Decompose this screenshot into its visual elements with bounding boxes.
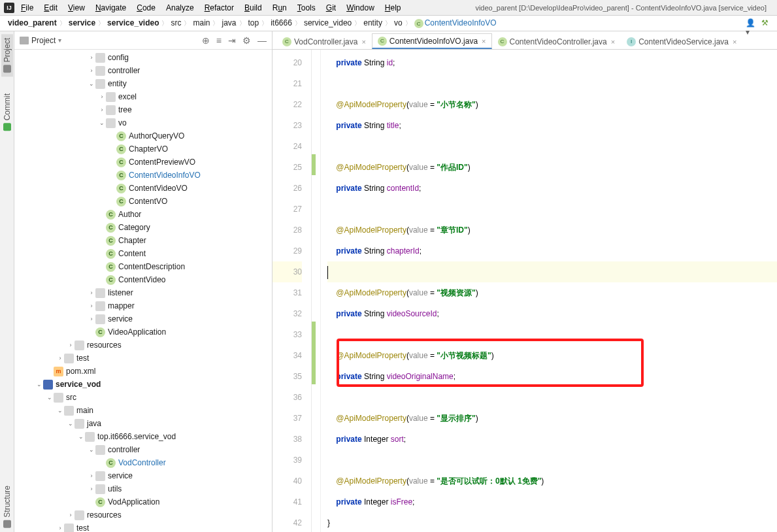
tree-item[interactable]: ›tree bbox=[14, 103, 272, 116]
tool-project[interactable]: Project bbox=[1, 34, 13, 76]
breadcrumb-item[interactable]: top bbox=[246, 17, 262, 29]
editor-tab[interactable]: IContentVideoService.java× bbox=[621, 33, 742, 49]
tree-item[interactable]: CContentVideoVO bbox=[14, 182, 272, 195]
code-line[interactable]: @ApiModelProperty(value = "显示排序") bbox=[327, 408, 777, 429]
breadcrumb-item[interactable]: entity bbox=[361, 17, 385, 29]
tree-item[interactable]: ⌄src bbox=[14, 391, 272, 404]
tree-item[interactable]: ›service bbox=[14, 312, 272, 325]
chevron-down-icon[interactable]: ⌄ bbox=[77, 433, 85, 440]
menu-view[interactable]: View bbox=[64, 2, 89, 14]
code-line[interactable]: private String chapterId; bbox=[327, 241, 777, 261]
menu-window[interactable]: Window bbox=[342, 2, 378, 14]
breadcrumb-item[interactable]: main bbox=[190, 17, 212, 29]
code-line[interactable]: private Integer sort; bbox=[327, 429, 777, 450]
tree-item[interactable]: CChapterVO bbox=[14, 142, 272, 156]
chevron-right-icon[interactable]: › bbox=[98, 107, 106, 113]
chevron-right-icon[interactable]: › bbox=[88, 290, 95, 296]
chevron-down-icon[interactable]: ⌄ bbox=[46, 394, 54, 401]
tree-item[interactable]: CCategory bbox=[14, 221, 272, 234]
code-line[interactable]: @ApiModelProperty(value = "是否可以试听：0默认 1免… bbox=[327, 471, 777, 491]
breadcrumb-item[interactable]: java bbox=[219, 17, 239, 29]
tree-item[interactable]: ›listener bbox=[14, 286, 272, 299]
tree-item[interactable]: ›config bbox=[14, 51, 272, 64]
tree-item[interactable]: CContent bbox=[14, 247, 272, 260]
code-line[interactable] bbox=[327, 387, 777, 408]
editor-tab[interactable]: CContentVideoController.java× bbox=[492, 33, 621, 49]
tree-item[interactable]: ›test bbox=[14, 522, 272, 532]
tree-item[interactable]: ›resources bbox=[14, 339, 272, 352]
breadcrumb-item[interactable]: it6666 bbox=[268, 17, 295, 29]
chevron-right-icon[interactable]: › bbox=[67, 512, 74, 518]
chevron-down-icon[interactable]: ⌄ bbox=[98, 120, 106, 126]
tree-item[interactable]: ›test bbox=[14, 352, 272, 365]
tree-item[interactable]: ›resources bbox=[14, 508, 272, 522]
code-line[interactable]: @ApiModelProperty(value = "视频资源") bbox=[327, 282, 777, 303]
tree-item[interactable]: ⌄java bbox=[14, 417, 272, 430]
chevron-right-icon[interactable]: › bbox=[88, 54, 95, 61]
code-line[interactable] bbox=[327, 450, 777, 471]
menu-build[interactable]: Build bbox=[240, 2, 266, 14]
chevron-down-icon[interactable]: ⌄ bbox=[88, 446, 95, 453]
tree-item[interactable]: CChapter bbox=[14, 234, 272, 247]
collapse-icon[interactable]: ⇥ bbox=[228, 35, 236, 46]
user-icon[interactable]: 👤▾ bbox=[746, 18, 756, 29]
tree-item[interactable]: ⌄vo bbox=[14, 116, 272, 129]
tree-item[interactable]: CVodController bbox=[14, 456, 272, 469]
code-line[interactable]: private String videoSourceId; bbox=[327, 303, 777, 324]
code-line[interactable]: private String title; bbox=[327, 115, 777, 136]
code-line[interactable]: private String contentId; bbox=[327, 178, 777, 199]
code-line[interactable]: private String id; bbox=[327, 52, 777, 73]
close-icon[interactable]: × bbox=[361, 38, 365, 46]
tree-item[interactable]: ⌄service_vod bbox=[14, 378, 272, 391]
menu-tools[interactable]: Tools bbox=[293, 2, 320, 14]
menu-refactor[interactable]: Refactor bbox=[201, 2, 238, 14]
tree-item[interactable]: ⌄controller bbox=[14, 443, 272, 456]
tree-item[interactable]: CVodApplication bbox=[14, 495, 272, 508]
tree-item[interactable]: CContentPreviewVO bbox=[14, 156, 272, 169]
code-line[interactable] bbox=[327, 199, 777, 220]
chevron-right-icon[interactable]: › bbox=[67, 342, 74, 348]
breadcrumb-item[interactable]: video_parent bbox=[5, 17, 59, 29]
tree-item[interactable]: ⌄top.it6666.service_vod bbox=[14, 430, 272, 443]
close-icon[interactable]: × bbox=[733, 38, 736, 46]
build-icon[interactable]: ⚒ bbox=[761, 18, 772, 29]
code-line[interactable]: } bbox=[327, 512, 777, 532]
chevron-right-icon[interactable]: › bbox=[56, 525, 64, 531]
tree-item[interactable]: ›utils bbox=[14, 482, 272, 495]
chevron-down-icon[interactable]: ⌄ bbox=[88, 80, 95, 87]
tree-item[interactable]: CContentDescription bbox=[14, 260, 272, 273]
code-line[interactable]: private String videoOriginalName; bbox=[327, 366, 777, 387]
tree-item[interactable]: CAuthor bbox=[14, 208, 272, 221]
breadcrumb-item[interactable]: src bbox=[168, 17, 184, 29]
code-line[interactable] bbox=[327, 136, 777, 157]
gear-icon[interactable]: ⚙ bbox=[242, 35, 251, 46]
menu-edit[interactable]: Edit bbox=[40, 2, 61, 14]
breadcrumb-item[interactable]: service_video bbox=[105, 17, 161, 29]
editor-tab[interactable]: CVodController.java× bbox=[276, 33, 372, 49]
menu-code[interactable]: Code bbox=[133, 2, 159, 14]
chevron-right-icon[interactable]: › bbox=[88, 303, 95, 309]
code-line[interactable]: @ApiModelProperty(value = "章节ID") bbox=[327, 220, 777, 241]
tree-item[interactable]: ›service bbox=[14, 469, 272, 482]
code-line[interactable]: @ApiModelProperty(value = "小节视频标题") bbox=[327, 345, 777, 366]
code-line[interactable] bbox=[327, 73, 777, 94]
chevron-right-icon[interactable]: › bbox=[88, 486, 95, 492]
chevron-down-icon[interactable]: ⌄ bbox=[35, 381, 43, 388]
tree-item[interactable]: CContentVideoInfoVO bbox=[14, 169, 272, 182]
tree-item[interactable]: ⌄entity bbox=[14, 77, 272, 90]
chevron-right-icon[interactable]: › bbox=[98, 93, 106, 100]
tree-item[interactable]: ›controller bbox=[14, 64, 272, 77]
tree-item[interactable]: ⌄main bbox=[14, 404, 272, 417]
chevron-right-icon[interactable]: › bbox=[56, 355, 64, 361]
code-line[interactable] bbox=[327, 261, 777, 282]
breadcrumb-item[interactable]: vo bbox=[391, 17, 405, 29]
hide-icon[interactable]: — bbox=[257, 35, 267, 46]
project-tree[interactable]: ›config›controller⌄entity›excel›tree⌄voC… bbox=[14, 50, 272, 532]
tool-structure[interactable]: Structure bbox=[1, 482, 13, 532]
tree-item[interactable]: mpom.xml bbox=[14, 365, 272, 378]
code-line[interactable]: @ApiModelProperty(value = "小节名称") bbox=[327, 94, 777, 115]
breadcrumb-final[interactable]: CContentVideoInfoVO bbox=[412, 17, 499, 29]
chevron-right-icon[interactable]: › bbox=[88, 473, 95, 479]
tree-item[interactable]: CAuthorQueryVO bbox=[14, 129, 272, 142]
tool-commit[interactable]: Commit bbox=[1, 90, 13, 135]
